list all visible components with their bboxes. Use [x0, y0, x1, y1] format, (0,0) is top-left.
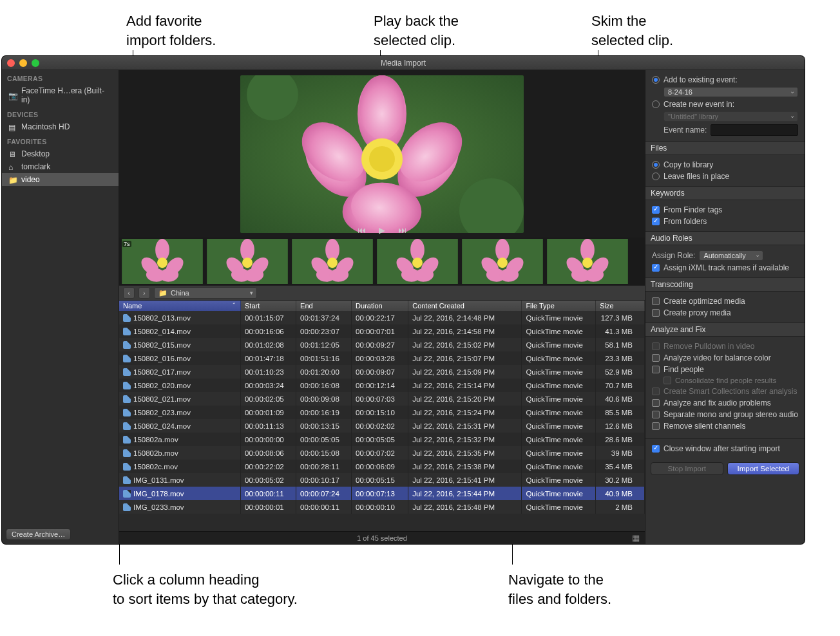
close-after-row[interactable]: Close window after starting import: [652, 443, 798, 454]
create-archive-button[interactable]: Create Archive…: [6, 528, 71, 540]
table-row[interactable]: 150802c.mov 00:00:22:0200:00:28:1100:00:…: [119, 460, 645, 473]
folder-icon: 📁: [8, 176, 17, 183]
table-row[interactable]: 150802_014.mov 00:00:16:0600:00:23:0700:…: [119, 324, 645, 338]
smart-row: Create Smart Collections after analysis: [652, 386, 798, 397]
ixml-row[interactable]: Assign iXML track names if available: [652, 262, 798, 274]
col-end[interactable]: End: [296, 301, 352, 311]
table-row[interactable]: 150802_021.mov 00:00:02:0500:00:09:0800:…: [119, 392, 645, 406]
table-row[interactable]: IMG_0178.mov 00:00:00:1100:00:07:2400:00…: [119, 487, 645, 500]
event-select[interactable]: 8-24-16: [663, 87, 798, 97]
create-new-row[interactable]: Create new event in:: [652, 98, 798, 110]
callout-play: Play back the selected clip.: [374, 12, 459, 50]
movie-file-icon: [123, 341, 131, 349]
import-selected-button[interactable]: Import Selected: [727, 462, 800, 475]
check-findpeople[interactable]: [652, 366, 660, 373]
filmstrip-thumb[interactable]: [461, 239, 544, 284]
movie-file-icon: [123, 490, 131, 498]
home-icon: ⌂: [8, 163, 17, 171]
stop-import-button: Stop Import: [651, 462, 723, 475]
silent-row[interactable]: Remove silent channels: [652, 420, 798, 432]
check-audioprob[interactable]: [652, 399, 660, 407]
section-transcoding: Transcoding: [645, 277, 805, 292]
play-button[interactable]: ▶: [379, 225, 385, 235]
mono-row[interactable]: Separate mono and group stereo audio: [652, 409, 798, 420]
add-to-existing-row[interactable]: Add to existing event:: [652, 74, 798, 86]
sidebar-item-label: FaceTime H…era (Built-in): [21, 86, 112, 104]
table-row[interactable]: 150802_020.mov 00:00:03:2400:00:16:0800:…: [119, 379, 645, 392]
copy-to-library-row[interactable]: Copy to library: [652, 159, 798, 171]
svg-point-43: [411, 240, 423, 257]
col-content-created[interactable]: Content Created: [408, 301, 522, 311]
nav-forward-button[interactable]: ›: [138, 287, 150, 299]
section-audio-roles: Audio Roles: [645, 231, 805, 245]
check-mono[interactable]: [652, 411, 660, 418]
path-folder-select[interactable]: 📁 China: [154, 287, 257, 299]
col-duration[interactable]: Duration: [352, 301, 408, 311]
prev-button[interactable]: ⏮: [358, 225, 366, 235]
findpeople-row[interactable]: Find people: [652, 364, 798, 375]
check-balance[interactable]: [652, 354, 660, 362]
balance-row[interactable]: Analyze video for balance color: [652, 352, 798, 364]
radio-copy[interactable]: [652, 161, 660, 169]
filmstrip[interactable]: 7s: [119, 238, 645, 285]
titlebar: Media Import: [2, 56, 805, 70]
check-finder-tags[interactable]: [652, 206, 660, 214]
radio-add-existing[interactable]: [652, 76, 660, 84]
col-start[interactable]: Start: [241, 301, 296, 311]
kw-finder-row[interactable]: From Finder tags: [652, 204, 798, 216]
view-toggle-button[interactable]: ▦: [632, 533, 640, 543]
sidebar-item-label: Desktop: [21, 149, 50, 158]
optimized-row[interactable]: Create optimized media: [652, 295, 798, 307]
check-proxy[interactable]: [652, 309, 660, 317]
sidebar-item-home[interactable]: ⌂ tomclark: [2, 160, 119, 173]
library-select: "Untitled" library: [663, 111, 798, 122]
col-name[interactable]: Name⌃: [119, 301, 241, 311]
svg-point-44: [412, 257, 423, 268]
col-file-type[interactable]: File Type: [522, 301, 596, 311]
table-row[interactable]: IMG_0131.mov 00:00:05:0200:00:10:1700:00…: [119, 473, 645, 487]
check-from-folders[interactable]: [652, 218, 660, 225]
table-row[interactable]: 150802_017.mov 00:01:10:2300:01:20:0000:…: [119, 365, 645, 379]
check-ixml[interactable]: [652, 264, 660, 272]
sidebar-item-desktop[interactable]: 🖥 Desktop: [2, 147, 119, 160]
sidebar-item-device[interactable]: ▤ Macintosh HD: [2, 120, 119, 133]
check-close-after[interactable]: [652, 445, 660, 453]
col-size[interactable]: Size: [596, 301, 645, 311]
proxy-row[interactable]: Create proxy media: [652, 307, 798, 319]
radio-create-new[interactable]: [652, 100, 660, 108]
table-row[interactable]: 150802_013.mov 00:01:15:0700:01:37:2400:…: [119, 311, 645, 324]
table-row[interactable]: 150802b.mov 00:00:08:0600:00:15:0800:00:…: [119, 446, 645, 460]
sidebar-item-camera[interactable]: 📷 FaceTime H…era (Built-in): [2, 84, 119, 106]
next-button[interactable]: ⏭: [398, 225, 406, 235]
table-row[interactable]: IMG_0233.mov 00:00:00:0100:00:00:1100:00…: [119, 500, 645, 514]
check-optimized[interactable]: [652, 297, 660, 305]
kw-folders-row[interactable]: From folders: [652, 216, 798, 227]
nav-back-button[interactable]: ‹: [123, 287, 135, 299]
check-silent[interactable]: [652, 422, 660, 430]
sidebar-item-video[interactable]: 📁 video: [2, 173, 119, 186]
zoom-window-button[interactable]: [32, 59, 39, 67]
filmstrip-thumb[interactable]: [291, 239, 374, 284]
event-name-input: [711, 124, 798, 136]
assign-role-select[interactable]: Automatically: [699, 250, 763, 261]
pulldown-row: Remove Pulldown in video: [652, 341, 798, 352]
table-row[interactable]: 150802_016.mov 00:01:47:1800:01:51:1600:…: [119, 351, 645, 365]
audioprob-row[interactable]: Analyze and fix audio problems: [652, 397, 798, 409]
radio-leave[interactable]: [652, 173, 660, 180]
minimize-window-button[interactable]: [19, 59, 27, 67]
table-row[interactable]: 150802a.mov 00:00:00:0000:00:05:0500:00:…: [119, 433, 645, 446]
svg-point-27: [241, 240, 253, 257]
sidebar-item-label: video: [21, 175, 40, 184]
filmstrip-thumb[interactable]: [376, 239, 459, 284]
filmstrip-thumb[interactable]: 7s: [120, 239, 204, 284]
sidebar-heading-devices: DEVICES: [2, 106, 119, 120]
filmstrip-thumb[interactable]: [205, 239, 289, 284]
table-row[interactable]: 150802_023.mov 00:00:01:0900:00:16:1900:…: [119, 406, 645, 419]
table-row[interactable]: 150802_015.mov 00:01:02:0800:01:12:0500:…: [119, 338, 645, 351]
filmstrip-thumb[interactable]: [546, 239, 629, 284]
close-window-button[interactable]: [7, 59, 15, 67]
leave-in-place-row[interactable]: Leave files in place: [652, 171, 798, 182]
sidebar: CAMERAS 📷 FaceTime H…era (Built-in) DEVI…: [2, 70, 119, 544]
preview-area[interactable]: ⏮ ▶ ⏭: [119, 70, 645, 238]
table-row[interactable]: 150802_024.mov 00:00:11:1300:00:13:1500:…: [119, 419, 645, 433]
